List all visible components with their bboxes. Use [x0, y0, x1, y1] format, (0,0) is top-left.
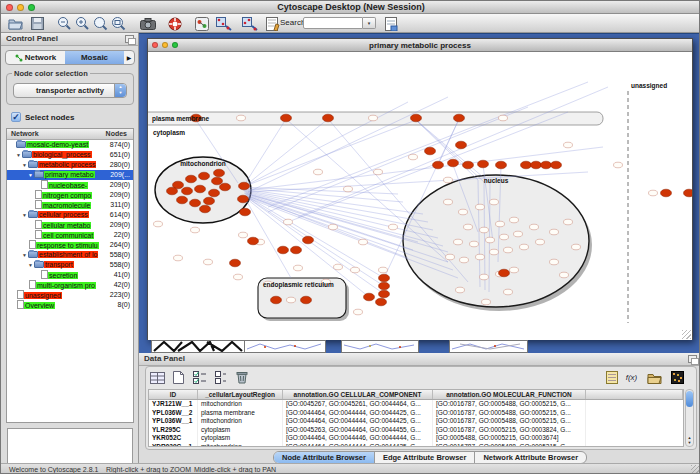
scrollbar-thumb[interactable]	[686, 391, 693, 407]
app-resize-grip[interactable]	[691, 465, 700, 474]
graph-node-selected[interactable]	[496, 161, 507, 169]
graph-node-selected[interactable]	[478, 160, 489, 168]
tab-overflow-arrow-icon[interactable]: ▶	[124, 51, 134, 64]
minimized-network-thumbnail[interactable]	[244, 340, 326, 353]
graph-node-unselected[interactable]	[482, 299, 491, 305]
tab-network[interactable]: Network	[6, 51, 65, 64]
graph-node-unselected[interactable]	[560, 272, 569, 278]
graph-node-unselected[interactable]	[564, 219, 573, 225]
annotation-icon[interactable]	[264, 15, 281, 32]
graph-node-unselected[interactable]	[564, 142, 573, 148]
table-row[interactable]: YJR121W__1mitochondrion[GO:0045267, GO:0…	[149, 400, 683, 409]
graph-node-unselected[interactable]	[550, 259, 559, 265]
graph-node-unselected[interactable]	[351, 267, 360, 273]
attribute-table-header[interactable]: ID_cellularLayoutRegionannotation.GO CEL…	[149, 390, 683, 400]
zoom-fit-icon[interactable]	[110, 15, 127, 32]
nucleus-region[interactable]	[403, 175, 589, 307]
graph-node-selected[interactable]	[364, 293, 375, 301]
graph-node-selected[interactable]	[167, 187, 178, 195]
graph-node-unselected[interactable]	[334, 264, 343, 270]
graph-node-selected[interactable]	[323, 114, 334, 122]
graph-node-selected[interactable]	[541, 161, 552, 169]
graph-node-selected[interactable]	[204, 197, 215, 205]
graph-node-unselected[interactable]	[344, 186, 353, 192]
expand-arrow-icon[interactable]: ▼	[21, 250, 28, 260]
search-dropdown-icon[interactable]: ▾	[363, 17, 376, 29]
tree-row[interactable]: ▼cellular process614(0)	[7, 210, 133, 220]
tree-row[interactable]: nitrogen compo209(0)	[7, 190, 133, 200]
vizmapper-icon[interactable]	[193, 15, 210, 32]
tree-row[interactable]: nucleobase-209(0)	[7, 180, 133, 190]
graph-node-unselected[interactable]	[476, 204, 485, 210]
graph-node-selected[interactable]	[220, 183, 231, 191]
select-nodes-checkbox[interactable]: ✓	[11, 112, 21, 122]
zoom-in-icon[interactable]	[74, 15, 91, 32]
minimized-network-thumbnail[interactable]	[449, 340, 528, 353]
graph-node-unselected[interactable]	[490, 249, 499, 255]
graph-node-unselected[interactable]	[389, 224, 398, 230]
graph-node-selected[interactable]	[376, 298, 387, 306]
graph-node-selected[interactable]	[195, 185, 206, 193]
graph-node-selected[interactable]	[190, 199, 201, 207]
graph-node-selected[interactable]	[463, 161, 474, 169]
graph-node-unselected[interactable]	[500, 234, 509, 240]
graph-node-unselected[interactable]	[496, 221, 505, 227]
table-row[interactable]: YPL036W__1mitochondrion[GO:0044464, GO:0…	[149, 417, 683, 426]
graph-node-selected[interactable]	[281, 114, 292, 122]
expand-arrow-icon[interactable]: ▼	[21, 160, 28, 170]
tree-row[interactable]: ▼biological_process651(0)	[7, 150, 133, 160]
graph-node-unselected[interactable]	[294, 265, 303, 271]
graph-node-unselected[interactable]	[536, 239, 545, 245]
network-canvas[interactable]: plasma membrane cytoplasm mitochondrion …	[148, 52, 692, 340]
graph-node-unselected[interactable]	[287, 297, 296, 303]
function-builder-icon[interactable]: f(x)	[623, 369, 640, 386]
graph-node-selected[interactable]	[200, 205, 211, 213]
network-view-window[interactable]: primary metabolic process plasma membran…	[147, 38, 693, 340]
graph-node-unselected[interactable]	[530, 224, 539, 230]
layout-network-a-icon[interactable]	[215, 15, 232, 32]
graph-node-unselected[interactable]	[456, 287, 465, 293]
graph-node-unselected[interactable]	[237, 115, 246, 121]
graph-node-unselected[interactable]	[510, 267, 519, 273]
save-session-icon[interactable]	[29, 15, 46, 32]
graph-node-unselected[interactable]	[154, 221, 163, 227]
import-attributes-icon[interactable]	[646, 369, 663, 386]
graph-node-selected[interactable]	[230, 259, 241, 267]
import-table-icon[interactable]	[383, 15, 400, 32]
table-row[interactable]: YLR295Ccytoplasm[GO:0045263, GO:0044464,…	[149, 426, 683, 435]
tab-edge-attribute-browser[interactable]: Edge Attribute Browser	[375, 452, 475, 463]
graph-node-selected[interactable]	[661, 189, 672, 197]
delete-attribute-icon[interactable]	[233, 369, 250, 386]
graph-node-selected[interactable]	[209, 189, 220, 197]
tree-row[interactable]: ▼transport558(0)	[7, 260, 133, 270]
column-header[interactable]: annotation.GO CELLULAR_COMPONENT	[283, 390, 433, 399]
graph-node-selected[interactable]	[433, 161, 444, 169]
graph-node-selected[interactable]	[499, 269, 510, 277]
unselect-attributes-icon[interactable]	[212, 369, 229, 386]
graph-node-selected[interactable]	[411, 114, 422, 122]
expand-arrow-icon[interactable]: ▼	[21, 210, 28, 220]
graph-node-unselected[interactable]	[480, 274, 489, 280]
graph-node-unselected[interactable]	[459, 209, 468, 215]
graph-node-unselected[interactable]	[359, 239, 368, 245]
graph-node-unselected[interactable]	[329, 224, 338, 230]
graph-node-selected[interactable]	[271, 296, 282, 304]
tree-row[interactable]: unassigned223(0)	[7, 290, 133, 300]
graph-node-unselected[interactable]	[444, 199, 453, 205]
tree-row[interactable]: Overview8(0)	[7, 300, 133, 310]
tree-row[interactable]: multi-organism pro42(0)	[7, 280, 133, 290]
column-header[interactable]: ID	[149, 390, 198, 399]
graph-node-selected[interactable]	[214, 169, 225, 177]
snapshot-camera-icon[interactable]	[139, 15, 156, 32]
graph-node-selected[interactable]	[454, 114, 465, 122]
tree-row[interactable]: macromolecule311(0)	[7, 200, 133, 210]
column-selector-icon[interactable]	[149, 369, 166, 386]
tree-row[interactable]: ▼metabolic process280(0)	[7, 160, 133, 170]
table-row[interactable]: YKR052Ccytoplasm[GO:0044464, GO:0044446,…	[149, 434, 683, 443]
tree-row[interactable]: ▼establishment of lo558(0)	[7, 250, 133, 260]
graph-node-selected[interactable]	[238, 195, 249, 203]
tree-header[interactable]: Network Nodes	[7, 129, 133, 140]
graph-node-unselected[interactable]	[204, 259, 213, 265]
graph-node-unselected[interactable]	[369, 115, 378, 121]
graph-node-selected[interactable]	[425, 147, 436, 155]
